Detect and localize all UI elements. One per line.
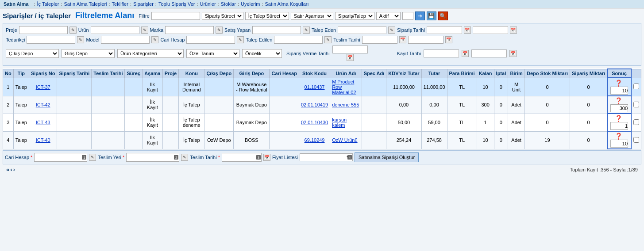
nav-first-btn[interactable]: « <box>6 166 9 173</box>
save-btn[interactable]: 💾 <box>427 11 436 20</box>
cikis-depo-select[interactable]: Çıkış Depo <box>6 49 59 58</box>
kayit-tarihi-input1[interactable] <box>424 49 459 57</box>
marka-edit-btn[interactable]: ✎ <box>216 27 223 34</box>
filtre-input[interactable] <box>151 12 200 20</box>
cell-checkbox[interactable] <box>631 78 641 96</box>
question-icon[interactable]: ❓ <box>615 80 622 87</box>
cell-urun-adi-link[interactable]: ÖzW Ürünü <box>332 137 357 143</box>
proje-edit-btn[interactable]: ✎ <box>69 27 77 34</box>
nav-item-ic-talepler[interactable]: İç Talepler <box>37 1 59 7</box>
cell-stok-kodu-link[interactable]: 02.01.10430 <box>301 120 328 125</box>
nav-item-teklifler[interactable]: Teklifler <box>112 1 128 7</box>
cell-siparis-no-link[interactable]: ICT-37 <box>36 84 50 90</box>
cell-siparis-no[interactable]: ICT-42 <box>29 96 57 114</box>
siparis-tarihi-input1[interactable] <box>427 26 462 34</box>
cell-checkbox[interactable] <box>631 131 641 149</box>
teslim-yeri-input[interactable] <box>126 153 179 162</box>
ic-talep-sureci-select[interactable]: İç Talep Süreci <box>245 12 289 20</box>
siparis-sureci-select[interactable]: Sipariş Süreci <box>202 12 243 20</box>
nav-next-btn[interactable]: › <box>13 166 15 173</box>
nav-item-urunler[interactable]: Ürünler <box>200 1 216 7</box>
satir-asamasi-select[interactable]: Satır Aşaması <box>291 12 333 20</box>
siparis-tarihi-input2[interactable] <box>473 26 508 34</box>
model-input[interactable] <box>101 36 150 44</box>
sonuc-input[interactable] <box>610 104 628 112</box>
cell-siparis-no[interactable]: ICT-37 <box>29 78 57 96</box>
cell-stok-kodu-link[interactable]: 02.01.10419 <box>301 102 328 107</box>
aktif-value-input[interactable]: 4 <box>402 12 413 20</box>
create-order-btn[interactable]: Satınalma Siparişi Oluştur <box>355 152 419 162</box>
cell-urun-adi-link[interactable]: kurşun kalem <box>332 117 347 128</box>
cari-hesap-filter-input[interactable] <box>186 36 235 44</box>
ozel-tanim-select[interactable]: Özel Tanım <box>186 49 239 58</box>
oncelik-select[interactable]: Öncelik <box>242 49 282 58</box>
cell-siparis-no-link[interactable]: ICT-42 <box>36 102 50 107</box>
cari-hesap-bottom-edit-btn[interactable]: ✎ <box>89 154 96 161</box>
cell-stok-kodu[interactable]: 69.10249 <box>299 131 330 149</box>
urun-input[interactable] <box>91 26 139 34</box>
teslim-tarihi-bottom-cal-btn[interactable]: 📅 <box>263 154 270 161</box>
cell-stok-kodu[interactable]: 02.01.10419 <box>299 96 330 114</box>
talep-edilen-edit-btn[interactable]: ✎ <box>324 36 332 43</box>
tedarikci-input[interactable] <box>27 36 75 44</box>
cell-urun-adi[interactable]: ÖzW Ürünü <box>330 131 362 149</box>
aktif-select[interactable]: Aktif <box>376 12 401 20</box>
tedarikci-edit-btn[interactable]: ✎ <box>77 36 84 43</box>
cell-urun-adi[interactable]: kurşun kalem <box>330 114 362 131</box>
nav-item-satin-alma-kosullari[interactable]: Satın Alma Koşulları <box>265 1 309 7</box>
cell-urun-adi[interactable]: deneme 555 <box>330 96 362 114</box>
cell-sonuc[interactable]: ❓ <box>607 78 631 96</box>
siparis-verme-tarihi-input[interactable] <box>332 46 368 53</box>
siparis-tarihi-cal-btn2[interactable]: 📅 <box>510 27 517 34</box>
cell-siparis-no-link[interactable]: ICT-40 <box>36 137 50 143</box>
row-checkbox[interactable] <box>633 119 639 125</box>
cell-checkbox[interactable] <box>631 114 641 131</box>
marka-input[interactable] <box>165 26 214 34</box>
talep-edilen-input[interactable] <box>274 36 323 44</box>
model-edit-btn[interactable]: ✎ <box>151 36 158 43</box>
fiyat-listesi-select[interactable] <box>300 153 353 161</box>
cell-urun-adi[interactable]: M Product Row Material 02 <box>330 78 362 96</box>
siparis-talep-select[interactable]: Sipariş/Talep <box>335 12 374 20</box>
teslim-yeri-edit-btn[interactable]: ✎ <box>181 154 188 161</box>
zoom-btn[interactable]: 🔍 <box>438 11 448 20</box>
nav-item-uyelerim[interactable]: Üyelerim <box>241 1 260 7</box>
urun-kategorileri-select[interactable]: Ürün Kategorileri <box>117 49 184 58</box>
row-checkbox[interactable] <box>633 137 639 143</box>
nav-prev-btn[interactable]: ‹ <box>10 166 12 173</box>
cell-siparis-no[interactable]: ICT-40 <box>29 131 57 149</box>
talep-eden-edit-btn[interactable]: ✎ <box>388 27 395 34</box>
nav-item-stoklar[interactable]: Stoklar <box>221 1 236 7</box>
teslim-tarihi-cal-btn2[interactable]: 📅 <box>445 36 452 43</box>
question-icon[interactable]: ❓ <box>615 97 622 104</box>
nav-item-siparisler[interactable]: Siparişler <box>133 1 154 7</box>
cell-stok-kodu[interactable]: 01.10437 <box>299 78 330 96</box>
sonuc-input[interactable] <box>610 122 628 130</box>
question-icon[interactable]: ❓ <box>615 115 622 122</box>
cell-stok-kodu[interactable]: 02.01.10430 <box>299 114 330 131</box>
row-checkbox[interactable] <box>633 84 639 89</box>
cari-hesap-edit-btn[interactable]: ✎ <box>237 36 244 43</box>
cell-siparis-no[interactable]: ICT-43 <box>29 114 57 131</box>
cell-sonuc[interactable]: ❓ <box>607 96 631 114</box>
cell-urun-adi-link[interactable]: deneme 555 <box>332 102 359 107</box>
siparis-verme-tarihi-cal-btn[interactable]: 📅 <box>347 54 354 61</box>
satis-yapan-edit-btn[interactable]: ✎ <box>303 27 310 34</box>
sonuc-input[interactable] <box>610 140 628 148</box>
cell-stok-kodu-link[interactable]: 69.10249 <box>305 137 325 143</box>
cell-siparis-no-link[interactable]: ICT-43 <box>36 120 50 125</box>
sonuc-input[interactable] <box>610 87 628 95</box>
cell-sonuc[interactable]: ❓ <box>607 114 631 131</box>
giris-depo-select[interactable]: Giriş Depo <box>62 49 115 58</box>
proje-input[interactable] <box>19 26 68 34</box>
row-checkbox[interactable] <box>633 102 639 107</box>
cari-hesap-bottom-input[interactable] <box>34 153 87 162</box>
arrow-right-btn[interactable]: ➜ <box>415 11 425 20</box>
kayit-tarihi-cal-btn2[interactable]: 📅 <box>509 50 517 57</box>
kayit-tarihi-cal-btn1[interactable]: 📅 <box>462 50 469 57</box>
cell-urun-adi-link[interactable]: M Product Row Material 02 <box>332 79 356 95</box>
teslim-tarihi-filter-input1[interactable] <box>362 36 397 44</box>
cell-stok-kodu-link[interactable]: 01.10437 <box>305 84 325 90</box>
nav-item-satin-alma-talepleri[interactable]: Satın Alma Talepleri <box>64 1 107 7</box>
talep-eden-input[interactable] <box>338 26 386 34</box>
